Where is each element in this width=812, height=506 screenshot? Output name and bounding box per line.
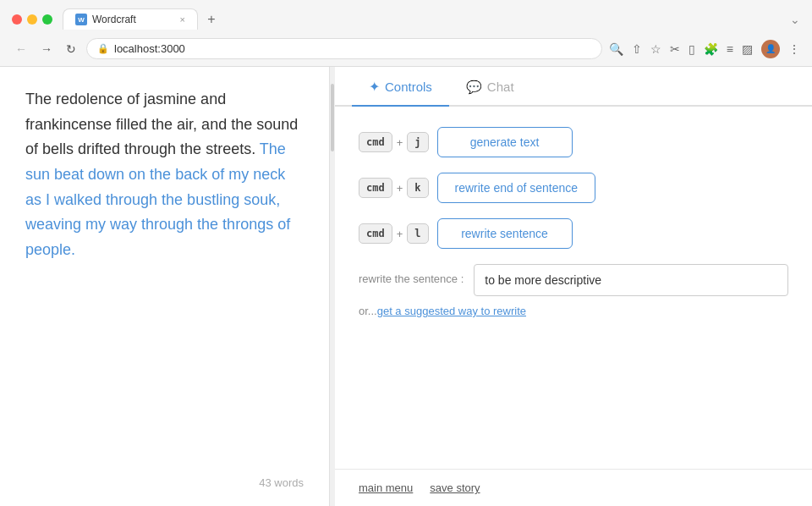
zoom-icon[interactable]: 🔍 (609, 42, 623, 56)
maximize-button[interactable] (42, 14, 52, 25)
tab-favicon: W (75, 14, 87, 25)
tab-title: Wordcraft (92, 14, 136, 25)
panel-footer: main menu save story (335, 469, 812, 506)
traffic-lights (12, 14, 52, 25)
key-rewrite-end: k (407, 178, 428, 198)
suggested-link-row: or...get a suggested way to rewrite (359, 305, 788, 317)
sidebar-icon[interactable]: ▨ (742, 42, 753, 56)
suggested-way-link[interactable]: get a suggested way to rewrite (377, 305, 526, 317)
copy-icon[interactable]: ▯ (689, 42, 695, 56)
shortcut-rewrite-end: cmd + k (359, 178, 429, 198)
plus-generate: + (397, 136, 403, 149)
rewrite-end-button[interactable]: rewrite end of sentence (437, 173, 596, 203)
suggested-prefix: or... (359, 305, 377, 317)
save-story-link[interactable]: save story (430, 481, 480, 494)
editor-text-normal: The redolence of jasmine and frankincens… (25, 91, 298, 157)
shortcut-rewrite: cmd + l (359, 223, 429, 244)
forward-button[interactable]: → (37, 41, 56, 58)
panel-tabs: ✦ Controls 💬 Chat (335, 67, 812, 107)
tab-chat-label: Chat (487, 80, 514, 94)
browser-icons: 🔍 ⇧ ☆ ✂ ▯ 🧩 ≡ ▨ 👤 ⋮ (609, 40, 800, 58)
editor-text[interactable]: The redolence of jasmine and frankincens… (25, 87, 304, 466)
more-options-button[interactable]: ⋮ (788, 42, 800, 56)
key-rewrite: l (407, 223, 428, 244)
editor-panel: The redolence of jasmine and frankincens… (0, 67, 330, 506)
command-row-generate: cmd + j generate text (359, 127, 788, 157)
active-tab[interactable]: W Wordcraft × (63, 8, 198, 30)
command-row-rewrite-end: cmd + k rewrite end of sentence (359, 173, 788, 203)
cut-icon[interactable]: ✂ (670, 42, 680, 56)
modifier-key-rewrite: cmd (359, 223, 392, 244)
extensions-icon[interactable]: 🧩 (704, 42, 718, 56)
back-button[interactable]: ← (12, 41, 30, 58)
address-bar[interactable]: 🔒 localhost:3000 (86, 38, 602, 59)
minimize-button[interactable] (27, 14, 37, 25)
rewrite-section: rewrite the sentence : to be more descri… (359, 264, 788, 317)
chat-icon: 💬 (466, 80, 482, 95)
tab-bar: W Wordcraft × + (63, 8, 783, 30)
window-controls: ⌄ (790, 13, 800, 26)
tab-controls-label: Controls (385, 80, 432, 94)
rewrite-sentence-button[interactable]: rewrite sentence (437, 218, 573, 249)
new-tab-button[interactable]: + (201, 9, 222, 30)
main-menu-link[interactable]: main menu (359, 481, 413, 494)
reading-list-icon[interactable]: ≡ (727, 42, 733, 56)
plus-rewrite-end: + (397, 182, 403, 195)
command-row-rewrite: cmd + l rewrite sentence (359, 218, 788, 249)
bookmark-icon[interactable]: ☆ (650, 42, 661, 56)
tab-controls[interactable]: ✦ Controls (352, 67, 449, 107)
window-chevron-icon[interactable]: ⌄ (790, 13, 800, 26)
refresh-button[interactable]: ↻ (63, 41, 80, 58)
rewrite-input-row: rewrite the sentence : to be more descri… (359, 264, 788, 296)
key-generate: j (407, 132, 428, 152)
modifier-key-rewrite-end: cmd (359, 178, 392, 198)
share-icon[interactable]: ⇧ (632, 42, 642, 56)
shortcut-generate: cmd + j (359, 132, 429, 152)
generate-text-button[interactable]: generate text (437, 127, 573, 157)
rewrite-input[interactable]: to be more descriptive (474, 264, 788, 296)
modifier-key-generate: cmd (359, 132, 392, 152)
app-content: The redolence of jasmine and frankincens… (0, 67, 812, 506)
controls-panel: ✦ Controls 💬 Chat cmd + j generate text (335, 67, 812, 506)
tab-close-button[interactable]: × (180, 14, 185, 25)
lock-icon: 🔒 (97, 43, 109, 54)
profile-avatar[interactable]: 👤 (761, 40, 780, 58)
plus-rewrite: + (397, 228, 403, 240)
tab-chat[interactable]: 💬 Chat (449, 68, 531, 107)
editor-text-highlighted: The sun beat down on the back of my neck… (25, 140, 290, 258)
close-button[interactable] (12, 14, 22, 25)
rewrite-label: rewrite the sentence : (359, 264, 464, 285)
address-text: localhost:3000 (114, 42, 185, 55)
browser-chrome: W Wordcraft × + ⌄ ← → ↻ 🔒 localhost:3000… (0, 0, 812, 67)
controls-body: cmd + j generate text cmd + k rewrite en… (335, 107, 812, 469)
scroll-thumb[interactable] (331, 84, 334, 151)
nav-bar: ← → ↻ 🔒 localhost:3000 🔍 ⇧ ☆ ✂ ▯ 🧩 ≡ ▨ 👤… (0, 35, 812, 66)
sparkle-icon: ✦ (369, 79, 380, 95)
word-count: 43 words (25, 476, 304, 489)
